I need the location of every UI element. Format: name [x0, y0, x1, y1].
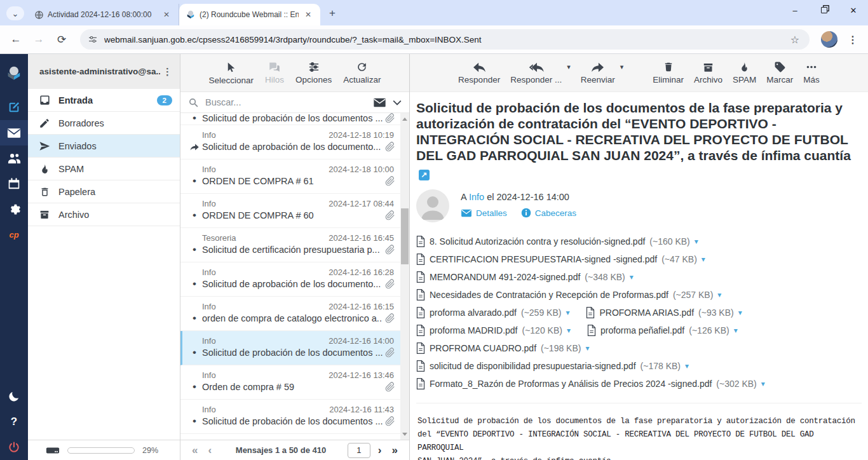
- search-options-chevron-icon[interactable]: [393, 100, 402, 105]
- browser-tab-roundcube[interactable]: (2) Roundcube Webmail :: Envia ✕: [179, 4, 320, 25]
- attachment-item[interactable]: solicitud de disponibilidad presupuestar…: [416, 360, 689, 372]
- back-button[interactable]: ←: [6, 30, 25, 49]
- dark-mode-button[interactable]: [0, 384, 28, 409]
- attachment-name[interactable]: 8. Solicitud Autorización contra y resol…: [430, 236, 645, 247]
- attachment-name[interactable]: PROFORMA ARIAS.pdf: [599, 308, 694, 318]
- message-row[interactable]: Info2024-12-18 10:00 • ORDEN DE COMPRA #…: [180, 159, 400, 194]
- message-row[interactable]: Info2024-12-16 11:43 • Solicitud de prob…: [180, 400, 400, 434]
- delete-button[interactable]: Eliminar: [653, 61, 684, 85]
- attachment-name[interactable]: PROFROMA CUADRO.pdf: [430, 343, 536, 353]
- sidebar-item-spam[interactable]: SPAM: [28, 158, 180, 180]
- attachment-name[interactable]: proforma alvarado.pdf: [430, 308, 517, 318]
- attachment-item[interactable]: CERTIFICACION PRESUPUESTARIA-signed -sig…: [416, 254, 705, 265]
- refresh-button[interactable]: Actualizar: [343, 61, 381, 85]
- reply-options-caret[interactable]: ▾: [567, 63, 571, 71]
- close-tab-icon[interactable]: ✕: [161, 9, 172, 20]
- attachment-menu-caret[interactable]: ▾: [695, 237, 698, 246]
- attachment-item[interactable]: Formato_8_Razón de Proformas y Análisis …: [416, 378, 765, 389]
- attachment-menu-caret[interactable]: ▾: [738, 308, 742, 317]
- attachment-menu-caret[interactable]: ▾: [567, 326, 571, 335]
- attachment-menu-caret[interactable]: ▾: [630, 273, 634, 281]
- message-row-selected[interactable]: Info2024-12-16 14:00 • Solicitud de prob…: [180, 331, 400, 365]
- message-row[interactable]: Info2024-12-16 13:46 • Orden de compra #…: [180, 365, 400, 400]
- last-page-button[interactable]: »: [387, 444, 403, 457]
- attachment-item[interactable]: 8. Solicitud Autorización contra y resol…: [416, 236, 698, 247]
- address-bar[interactable]: webmail.sanjuan.gob.ec/cpsess2416859914/…: [80, 29, 810, 50]
- forward-options-caret[interactable]: ▾: [620, 63, 624, 71]
- attachment-item[interactable]: proforma peñafiel.pdf (~126 KB) ▾: [587, 325, 738, 336]
- archive-button[interactable]: Archivo: [694, 62, 722, 85]
- attachment-name[interactable]: proforma peñafiel.pdf: [600, 325, 684, 335]
- browser-menu-button[interactable]: ⋮: [844, 34, 862, 46]
- message-row[interactable]: Info2024-12-16 16:28 • Solicitud de apro…: [180, 262, 400, 297]
- sidebar-item-enviados[interactable]: Enviados: [28, 135, 180, 158]
- attachment-name[interactable]: solicitud de disponibilidad presupuestar…: [430, 361, 636, 371]
- calendar-nav-button[interactable]: [0, 171, 28, 196]
- message-row-partial[interactable]: • Solicitud de probación de los document…: [180, 113, 400, 125]
- threads-button[interactable]: Hilos: [265, 61, 284, 85]
- bookmark-star-icon[interactable]: ☆: [788, 34, 802, 46]
- cpanel-nav-button[interactable]: cp: [0, 222, 28, 247]
- reply-all-button[interactable]: Responder ...: [510, 62, 562, 85]
- settings-nav-button[interactable]: [0, 196, 28, 222]
- window-minimize-button[interactable]: –: [780, 0, 810, 20]
- attachment-menu-caret[interactable]: ▾: [566, 308, 569, 317]
- headers-toggle[interactable]: Cabeceras: [521, 208, 576, 218]
- options-button[interactable]: Opciones: [295, 61, 332, 85]
- select-button[interactable]: Seleccionar: [209, 61, 254, 85]
- account-menu-button[interactable]: ⋮: [160, 66, 175, 78]
- recipient-link[interactable]: Info: [469, 192, 484, 202]
- attachment-menu-caret[interactable]: ▾: [717, 290, 721, 299]
- reply-button[interactable]: Responder: [458, 62, 500, 85]
- browser-profile-avatar[interactable]: [821, 31, 837, 48]
- browser-tab-actividad[interactable]: Actividad 2024-12-16 08:00:00 ✕: [28, 4, 179, 25]
- page-number-input[interactable]: [348, 443, 370, 458]
- first-page-button[interactable]: «: [187, 444, 203, 457]
- message-row[interactable]: Tesoreria2024-12-16 16:45 • Solicitud de…: [180, 228, 400, 262]
- window-restore-button[interactable]: [810, 0, 839, 20]
- mail-nav-button[interactable]: [0, 120, 28, 145]
- mark-button[interactable]: Marcar: [766, 61, 793, 85]
- attachment-item[interactable]: Necesidades de Contratación y Recepción …: [416, 289, 721, 301]
- window-close-button[interactable]: ✕: [839, 0, 868, 20]
- close-tab-icon[interactable]: ✕: [302, 9, 314, 20]
- forward-button[interactable]: →: [29, 30, 48, 49]
- sidebar-item-borradores[interactable]: Borradores: [28, 112, 180, 135]
- attachment-name[interactable]: Formato_8_Razón de Proformas y Análisis …: [430, 379, 712, 389]
- spam-button[interactable]: SPAM: [733, 61, 756, 85]
- prev-page-button[interactable]: ‹: [203, 444, 217, 457]
- scroll-down-arrow[interactable]: [400, 430, 409, 438]
- attachment-menu-caret[interactable]: ▾: [734, 326, 738, 335]
- list-scrollbar[interactable]: [400, 113, 409, 440]
- open-in-new-window-icon[interactable]: ↗: [419, 170, 430, 180]
- tab-search-button[interactable]: ⌄: [6, 6, 24, 20]
- details-toggle[interactable]: Detalles: [461, 208, 507, 218]
- attachment-item[interactable]: proforma alvarado.pdf (~259 KB) ▾: [416, 307, 569, 318]
- next-page-button[interactable]: ›: [373, 444, 387, 457]
- logout-button[interactable]: [0, 435, 28, 460]
- more-button[interactable]: Más: [803, 61, 820, 85]
- help-button[interactable]: ?: [0, 409, 28, 435]
- message-row[interactable]: Info2024-12-16 16:15 • orden de compra d…: [180, 297, 400, 331]
- forward-button[interactable]: Reenviar: [581, 62, 615, 85]
- attachment-name[interactable]: MEMORANDUM 491-2024-signed.pdf: [430, 272, 580, 282]
- message-row[interactable]: Info2024-12-17 08:44 • ORDEN DE COMPRA #…: [180, 194, 400, 228]
- sidebar-item-papelera[interactable]: Papelera: [28, 180, 180, 203]
- contacts-nav-button[interactable]: [0, 145, 28, 171]
- attachment-menu-caret[interactable]: ▾: [585, 344, 589, 353]
- reload-button[interactable]: ⟳: [52, 30, 71, 49]
- search-input[interactable]: [205, 97, 373, 107]
- attachment-menu-caret[interactable]: ▾: [702, 255, 705, 264]
- scroll-up-arrow[interactable]: [400, 114, 409, 123]
- sidebar-item-entrada[interactable]: Entrada 2: [28, 89, 180, 112]
- attachment-name[interactable]: CERTIFICACION PRESUPUESTARIA-signed -sig…: [430, 254, 657, 264]
- attachment-menu-caret[interactable]: ▾: [761, 379, 765, 388]
- sidebar-item-archivo[interactable]: Archivo: [28, 203, 180, 226]
- attachment-name[interactable]: Necesidades de Contratación y Recepción …: [430, 290, 668, 300]
- message-row-partial[interactable]: Info2024-12-16 10:18: [180, 434, 400, 440]
- attachment-item[interactable]: PROFORMA ARIAS.pdf (~93 KB) ▾: [586, 307, 742, 318]
- new-tab-button[interactable]: +: [324, 5, 341, 22]
- attachment-item[interactable]: PROFROMA CUADRO.pdf (~198 KB) ▾: [416, 342, 590, 354]
- attachment-item[interactable]: MEMORANDUM 491-2024-signed.pdf (~348 KB)…: [416, 271, 634, 283]
- scrollbar-thumb[interactable]: [401, 208, 409, 264]
